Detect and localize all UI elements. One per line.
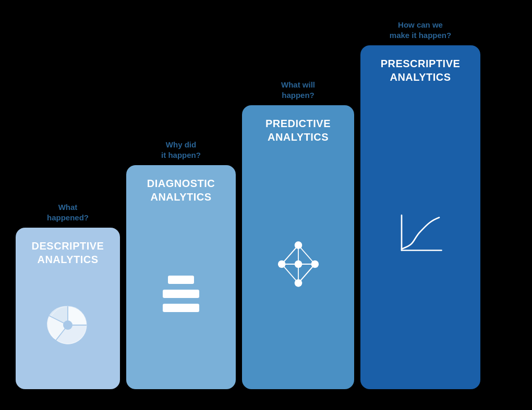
svg-point-20 xyxy=(294,279,302,287)
svg-rect-6 xyxy=(168,276,194,284)
bar-descriptive: DESCRIPTIVEANALYTICS xyxy=(16,228,120,389)
curve-icon xyxy=(394,84,446,374)
bar-diagnostic: DIAGNOSTICANALYTICS xyxy=(126,165,236,389)
bar-title-descriptive: DESCRIPTIVEANALYTICS xyxy=(25,239,111,266)
svg-rect-7 xyxy=(163,290,199,298)
bar-title-predictive: PREDICTIVEANALYTICS xyxy=(251,117,345,144)
bar-wrapper-predictive: What willhappen? PREDICTIVEANALYTICS xyxy=(242,80,354,389)
network-icon xyxy=(272,144,324,374)
svg-point-21 xyxy=(294,260,302,268)
bar-wrapper-prescriptive: How can wemake it happen? PRESCRIPTIVEAN… xyxy=(360,20,480,389)
bar-title-prescriptive: PRESCRIPTIVEANALYTICS xyxy=(370,57,471,84)
svg-point-18 xyxy=(277,260,285,268)
svg-point-19 xyxy=(311,260,319,268)
question-diagnostic: Why didit happen? xyxy=(161,140,201,160)
question-descriptive: Whathappened? xyxy=(47,202,89,222)
divider-icon xyxy=(160,204,202,374)
pie-chart-icon xyxy=(44,266,91,374)
bar-prescriptive: PRESCRIPTIVEANALYTICS xyxy=(360,45,480,389)
chart-container: Whathappened? DESCRIPTIVEANALYTICS xyxy=(16,14,516,389)
bar-wrapper-diagnostic: Why didit happen? DIAGNOSTICANALYTICS xyxy=(126,140,236,389)
svg-rect-8 xyxy=(163,304,199,312)
bar-predictive: PREDICTIVEANALYTICS xyxy=(242,105,354,389)
question-prescriptive: How can wemake it happen? xyxy=(390,20,451,40)
question-predictive: What willhappen? xyxy=(281,80,315,100)
bar-title-diagnostic: DIAGNOSTICANALYTICS xyxy=(136,177,226,204)
bar-wrapper-descriptive: Whathappened? DESCRIPTIVEANALYTICS xyxy=(16,202,120,389)
svg-point-17 xyxy=(294,241,302,249)
